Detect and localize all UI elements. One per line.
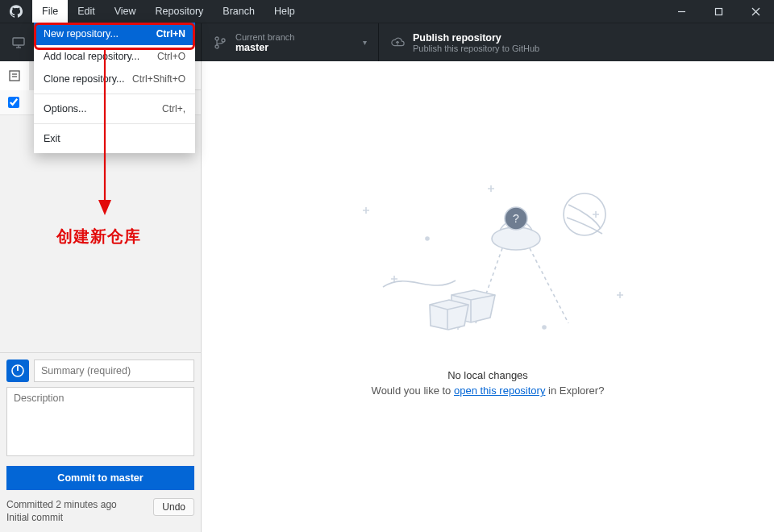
menu-item-label: Clone repository... [44, 73, 125, 85]
menu-item-shortcut: Ctrl+O [157, 51, 185, 62]
menu-item-label: New repository... [44, 28, 119, 39]
main-content: ? No local changes Would [202, 61, 774, 532]
menu-separator [34, 123, 195, 124]
chevron-down-icon: ▾ [339, 38, 367, 47]
svg-line-22 [530, 248, 568, 323]
menu-item-label: Exit [44, 133, 60, 144]
monitor-icon [11, 35, 26, 50]
description-input[interactable] [6, 387, 194, 456]
menu-item-shortcut: Ctrl+, [162, 103, 185, 114]
current-branch-value: master [235, 42, 294, 53]
menu-options[interactable]: Options... Ctrl+, [34, 98, 195, 120]
commit-button-prefix: Commit to [57, 472, 110, 484]
window-controls [663, 0, 774, 23]
changes-icon [8, 69, 21, 82]
commit-panel: Commit to master Committed 2 minutes ago… [0, 352, 201, 532]
menu-clone-repository[interactable]: Clone repository... Ctrl+Shift+O [34, 68, 195, 90]
svg-rect-4 [13, 38, 24, 45]
empty-illustration: ? [335, 182, 641, 360]
last-commit-msg: Initial commit [6, 511, 153, 524]
github-logo-icon [0, 0, 32, 23]
last-commit-time: Committed 2 minutes ago [6, 498, 153, 511]
publish-repository-button[interactable]: Publish repository Publish this reposito… [379, 23, 774, 61]
menu-item-shortcut: Ctrl+Shift+O [132, 73, 185, 85]
current-branch-selector[interactable]: Current branch master ▾ [202, 23, 379, 61]
avatar [6, 360, 29, 382]
svg-rect-1 [715, 8, 722, 15]
empty-sub-b: in Explorer? [545, 384, 604, 397]
summary-input[interactable] [34, 360, 194, 382]
empty-title: No local changes [202, 369, 774, 381]
svg-point-8 [215, 45, 218, 48]
titlebar: File Edit View Repository Branch Help [0, 0, 774, 23]
svg-point-18 [492, 227, 540, 250]
close-button[interactable] [737, 0, 774, 23]
undo-button[interactable]: Undo [153, 498, 194, 516]
svg-rect-10 [10, 71, 19, 81]
menu-view[interactable]: View [105, 0, 146, 23]
branch-icon [213, 35, 227, 50]
publish-subtitle: Publish this repository to GitHub [413, 44, 539, 53]
empty-state: ? No local changes Would [202, 182, 774, 397]
power-icon [10, 364, 25, 378]
svg-point-9 [222, 39, 225, 42]
menu-add-local-repository[interactable]: Add local repository... Ctrl+O [34, 45, 195, 68]
cloud-upload-icon [390, 35, 405, 50]
menu-new-repository[interactable]: New repository... Ctrl+N [34, 23, 195, 45]
maximize-button[interactable] [700, 0, 737, 23]
current-branch-label: Current branch [235, 32, 294, 42]
menu-help[interactable]: Help [264, 0, 305, 23]
svg-point-7 [215, 37, 218, 40]
empty-sub-a: Would you like to [372, 384, 454, 397]
svg-point-17 [564, 193, 605, 235]
commit-button-branch: master [110, 472, 144, 484]
minimize-button[interactable] [663, 0, 700, 23]
svg-text:?: ? [513, 212, 519, 225]
empty-subtitle: Would you like to open this repository i… [202, 384, 774, 397]
file-dropdown: New repository... Ctrl+N Add local repos… [34, 23, 195, 153]
publish-title: Publish repository [413, 32, 539, 44]
menu-branch[interactable]: Branch [213, 0, 264, 23]
commit-button[interactable]: Commit to master [6, 466, 194, 490]
open-repository-link[interactable]: open this repository [454, 384, 545, 397]
menu-item-label: Add local repository... [44, 51, 139, 62]
menu-file[interactable]: File [32, 0, 68, 23]
tab-changes[interactable] [0, 61, 29, 90]
menu-repository[interactable]: Repository [146, 0, 214, 23]
svg-point-15 [426, 237, 429, 240]
svg-point-16 [543, 326, 546, 329]
select-all-checkbox[interactable] [8, 97, 19, 108]
menubar: File Edit View Repository Branch Help [32, 0, 305, 23]
menu-item-label: Options... [44, 103, 87, 114]
annotation-text: 创建新仓库 [56, 226, 141, 247]
menu-item-shortcut: Ctrl+N [156, 28, 185, 39]
menu-edit[interactable]: Edit [68, 0, 105, 23]
menu-exit[interactable]: Exit [34, 127, 195, 150]
menu-separator [34, 94, 195, 94]
